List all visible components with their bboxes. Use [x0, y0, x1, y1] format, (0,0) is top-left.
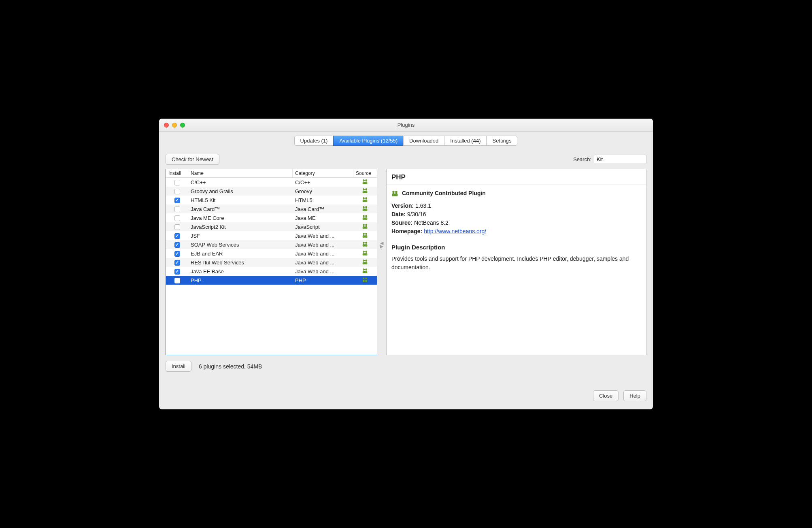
- details-source: NetBeans 8.2: [414, 219, 449, 226]
- install-checkbox[interactable]: [174, 278, 180, 283]
- check-for-newest-button[interactable]: Check for Newest: [166, 154, 219, 165]
- row-category: Java Web and ...: [293, 233, 353, 239]
- install-button[interactable]: Install: [166, 361, 191, 372]
- row-category: Java Web and ...: [293, 260, 353, 266]
- svg-point-7: [366, 206, 367, 208]
- col-install[interactable]: Install: [166, 169, 188, 177]
- svg-point-15: [366, 242, 367, 243]
- svg-point-1: [366, 179, 367, 181]
- col-source[interactable]: Source: [353, 169, 377, 177]
- plugins-table: Install Name Category Source C/C++C/C++G…: [166, 169, 377, 355]
- community-label: Community Contributed Plugin: [402, 189, 486, 198]
- community-icon: [361, 188, 369, 194]
- titlebar: Plugins: [159, 119, 653, 132]
- row-category: Groovy: [293, 188, 353, 194]
- community-plugin-row: Community Contributed Plugin: [391, 189, 641, 198]
- install-checkbox[interactable]: [174, 233, 180, 239]
- community-icon: [361, 206, 369, 211]
- community-icon: [361, 268, 369, 274]
- tab-downloaded[interactable]: Downloaded: [403, 136, 444, 146]
- svg-point-16: [363, 251, 365, 252]
- tab-available-plugins[interactable]: Available Plugins (12/55): [333, 136, 404, 146]
- community-icon: [361, 241, 369, 247]
- table-row[interactable]: Groovy and GrailsGroovy: [166, 187, 377, 196]
- install-checkbox[interactable]: [174, 198, 180, 203]
- table-row[interactable]: C/C++C/C++: [166, 178, 377, 187]
- tab-bar: Updates (1) Available Plugins (12/55) Do…: [166, 136, 646, 146]
- plugin-details-panel: PHP Community Contributed Plugin: [386, 169, 646, 355]
- table-row[interactable]: JavaScript2 KitJavaScript: [166, 222, 377, 231]
- table-row[interactable]: JSFJava Web and ...: [166, 231, 377, 240]
- svg-point-19: [366, 260, 367, 261]
- table-row[interactable]: PHPPHP: [166, 276, 377, 285]
- col-category[interactable]: Category: [293, 169, 353, 177]
- row-category: JavaScript: [293, 224, 353, 230]
- community-icon: [361, 224, 369, 229]
- table-row[interactable]: HTML5 KitHTML5: [166, 196, 377, 204]
- tab-settings[interactable]: Settings: [486, 136, 517, 146]
- install-checkbox[interactable]: [174, 269, 180, 275]
- row-name: Java ME Core: [188, 215, 293, 221]
- svg-point-13: [366, 233, 367, 234]
- row-name: Groovy and Grails: [188, 188, 293, 194]
- description-heading: Plugin Description: [391, 243, 641, 252]
- community-icon: [361, 232, 369, 238]
- svg-point-18: [363, 260, 365, 261]
- plugins-window: Plugins Updates (1) Available Plugins (1…: [159, 119, 653, 409]
- table-row[interactable]: RESTful Web ServicesJava Web and ...: [166, 258, 377, 267]
- install-checkbox[interactable]: [174, 215, 180, 221]
- table-row[interactable]: Java Card™Java Card™: [166, 204, 377, 213]
- selection-status: 6 plugins selected, 54MB: [199, 363, 262, 370]
- svg-point-5: [366, 197, 367, 199]
- install-checkbox[interactable]: [174, 207, 180, 212]
- install-checkbox[interactable]: [174, 180, 180, 185]
- community-icon: [361, 179, 369, 185]
- install-checkbox[interactable]: [174, 242, 180, 248]
- svg-point-10: [363, 224, 365, 226]
- row-category: Java Web and ...: [293, 242, 353, 248]
- table-row[interactable]: Java ME CoreJava ME: [166, 213, 377, 222]
- row-name: Java EE Base: [188, 268, 293, 275]
- homepage-link[interactable]: http://www.netbeans.org/: [424, 228, 486, 234]
- install-checkbox[interactable]: [174, 260, 180, 266]
- row-name: EJB and EAR: [188, 251, 293, 257]
- row-category: PHP: [293, 277, 353, 283]
- svg-point-23: [366, 277, 367, 279]
- tab-installed[interactable]: Installed (44): [444, 136, 487, 146]
- row-name: SOAP Web Services: [188, 242, 293, 248]
- table-row[interactable]: EJB and EARJava Web and ...: [166, 249, 377, 258]
- window-title: Plugins: [159, 122, 653, 128]
- table-row[interactable]: SOAP Web ServicesJava Web and ...: [166, 240, 377, 249]
- row-name: PHP: [188, 277, 293, 283]
- install-checkbox[interactable]: [174, 189, 180, 194]
- row-name: JSF: [188, 233, 293, 239]
- tab-updates[interactable]: Updates (1): [294, 136, 334, 146]
- row-name: JavaScript2 Kit: [188, 224, 293, 230]
- row-name: C/C++: [188, 179, 293, 185]
- svg-point-25: [395, 191, 397, 193]
- table-row[interactable]: Java EE BaseJava Web and ...: [166, 267, 377, 276]
- svg-point-8: [363, 215, 365, 217]
- community-icon: [361, 215, 369, 220]
- svg-point-3: [366, 188, 367, 190]
- svg-point-24: [393, 191, 395, 193]
- svg-point-12: [363, 233, 365, 234]
- search-input[interactable]: [594, 155, 646, 164]
- details-title: PHP: [391, 173, 641, 181]
- row-name: Java Card™: [188, 206, 293, 212]
- row-name: HTML5 Kit: [188, 197, 293, 203]
- split-handle[interactable]: ◀▶◦: [380, 242, 384, 355]
- community-icon: [361, 259, 369, 265]
- svg-point-4: [363, 197, 365, 199]
- install-checkbox[interactable]: [174, 251, 180, 257]
- svg-point-2: [363, 188, 365, 190]
- row-category: Java Card™: [293, 206, 353, 212]
- install-checkbox[interactable]: [174, 224, 180, 230]
- help-button[interactable]: Help: [623, 390, 646, 401]
- svg-point-0: [363, 179, 365, 181]
- col-name[interactable]: Name: [188, 169, 293, 177]
- close-button[interactable]: Close: [593, 390, 619, 401]
- svg-point-21: [366, 268, 367, 270]
- details-date: 9/30/16: [407, 211, 426, 217]
- row-category: HTML5: [293, 197, 353, 203]
